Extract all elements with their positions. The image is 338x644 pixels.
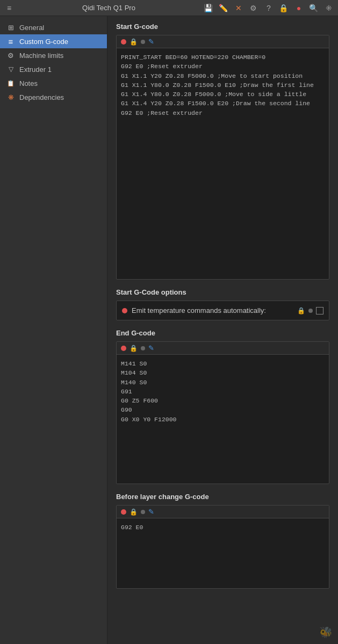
- emit-temp-label: Emit temperature commands automatically:: [132, 306, 293, 314]
- menu-icon[interactable]: ≡: [4, 3, 14, 13]
- sidebar-label-dependencies: Dependencies: [19, 93, 64, 101]
- titlebar-right: 💾 ✏️ ✕ ⚙ ? 🔒 ● 🔍 ⁜: [204, 3, 334, 13]
- sidebar-label-machine-limits: Machine limits: [19, 52, 63, 60]
- red-dot-options: [122, 308, 127, 313]
- before-layer-section: Before layer change G-code 🔒 ✎ G92 E0: [116, 493, 329, 589]
- start-gcode-section: Start G-code 🔒 ✎ PRINT_START BED=60 HOTE…: [116, 23, 329, 280]
- dependencies-icon: [6, 93, 15, 101]
- titlebar: ≡ Qidi Tech Q1 Pro 💾 ✏️ ✕ ⚙ ? 🔒 ● 🔍 ⁜: [0, 0, 338, 16]
- custom-gcode-icon: [6, 37, 15, 46]
- dot-status: ●: [294, 3, 304, 13]
- start-gcode-editor: 🔒 ✎ PRINT_START BED=60 HOTEND=220 CHAMBE…: [116, 35, 329, 280]
- end-gcode-code[interactable]: M141 S0 M104 S0 M140 S0 G91 G0 Z5 F600 G…: [121, 359, 325, 424]
- general-icon: [6, 23, 15, 32]
- edit-start-icon[interactable]: ✎: [148, 38, 154, 46]
- start-gcode-body[interactable]: PRINT_START BED=60 HOTEND=220 CHAMBER=0 …: [117, 48, 329, 279]
- sidebar-label-notes: Notes: [19, 79, 38, 87]
- notes-icon: [6, 79, 15, 87]
- emit-temp-option-row: Emit temperature commands automatically:…: [122, 306, 323, 314]
- start-gcode-options-section: Start G-Code options Emit temperature co…: [116, 288, 329, 320]
- lock-icon[interactable]: 🔒: [279, 3, 289, 13]
- main-layout: General Custom G-code Machine limits Ext…: [0, 16, 338, 644]
- before-layer-editor: 🔒 ✎ G92 E0: [116, 505, 329, 589]
- red-dot-start: [121, 39, 126, 45]
- sidebar-label-custom-gcode: Custom G-code: [19, 38, 68, 46]
- sidebar-item-dependencies[interactable]: Dependencies: [0, 90, 107, 104]
- red-dot-before: [121, 509, 126, 515]
- help-icon[interactable]: ?: [264, 3, 274, 13]
- edit-pencil-icon[interactable]: ✏️: [219, 3, 228, 13]
- start-gcode-title: Start G-code: [116, 23, 329, 31]
- gray-dot-options: [308, 309, 313, 313]
- lock-end[interactable]: 🔒: [130, 345, 138, 352]
- bee-watermark: 🐝: [319, 626, 333, 639]
- start-gcode-toolbar: 🔒 ✎: [117, 35, 329, 48]
- gray-dot-end: [141, 346, 145, 350]
- lock-before[interactable]: 🔒: [130, 508, 138, 516]
- close-icon[interactable]: ✕: [234, 3, 243, 13]
- save-icon[interactable]: 💾: [204, 3, 213, 13]
- edit-end-icon[interactable]: ✎: [148, 344, 154, 352]
- end-gcode-title: End G-code: [116, 329, 329, 337]
- option-controls: 🔒: [297, 307, 323, 314]
- settings-icon[interactable]: ⚙: [249, 3, 258, 13]
- sidebar-item-extruder-1[interactable]: Extruder 1: [0, 62, 107, 76]
- network-icon[interactable]: ⁜: [324, 3, 334, 13]
- sidebar-item-general[interactable]: General: [0, 20, 107, 34]
- start-gcode-options-title: Start G-Code options: [116, 288, 329, 296]
- sidebar-item-custom-gcode[interactable]: Custom G-code: [0, 34, 107, 48]
- sidebar-label-extruder-1: Extruder 1: [19, 65, 52, 74]
- sidebar-label-general: General: [19, 24, 44, 32]
- before-layer-body[interactable]: G92 E0: [117, 518, 329, 588]
- before-layer-code[interactable]: G92 E0: [121, 523, 325, 532]
- emit-temp-checkbox[interactable]: [316, 307, 323, 314]
- gray-dot-start: [141, 40, 145, 44]
- before-layer-title: Before layer change G-code: [116, 493, 329, 501]
- sidebar-item-notes[interactable]: Notes: [0, 76, 107, 90]
- start-gcode-code[interactable]: PRINT_START BED=60 HOTEND=220 CHAMBER=0 …: [121, 53, 325, 118]
- before-layer-toolbar: 🔒 ✎: [117, 506, 329, 518]
- end-gcode-editor: 🔒 ✎ M141 S0 M104 S0 M140 S0 G91 G0 Z5 F6…: [116, 341, 329, 484]
- lock-start[interactable]: 🔒: [130, 38, 138, 46]
- end-gcode-toolbar: 🔒 ✎: [117, 342, 329, 355]
- lock-options[interactable]: 🔒: [297, 307, 305, 314]
- content-area: Start G-code 🔒 ✎ PRINT_START BED=60 HOTE…: [107, 16, 338, 644]
- options-container: Emit temperature commands automatically:…: [116, 301, 329, 320]
- end-gcode-section: End G-code 🔒 ✎ M141 S0 M104 S0 M140 S0 G…: [116, 329, 329, 484]
- sidebar-item-machine-limits[interactable]: Machine limits: [0, 48, 107, 62]
- sidebar: General Custom G-code Machine limits Ext…: [0, 16, 107, 644]
- search-icon[interactable]: 🔍: [309, 3, 319, 13]
- extruder-icon: [6, 65, 15, 74]
- edit-before-icon[interactable]: ✎: [148, 508, 154, 516]
- app-title: Qidi Tech Q1 Pro: [82, 4, 135, 12]
- gray-dot-before: [141, 510, 145, 514]
- end-gcode-body[interactable]: M141 S0 M104 S0 M140 S0 G91 G0 Z5 F600 G…: [117, 355, 329, 484]
- titlebar-left: ≡: [4, 3, 14, 13]
- red-dot-end: [121, 346, 126, 351]
- machine-limits-icon: [6, 51, 15, 60]
